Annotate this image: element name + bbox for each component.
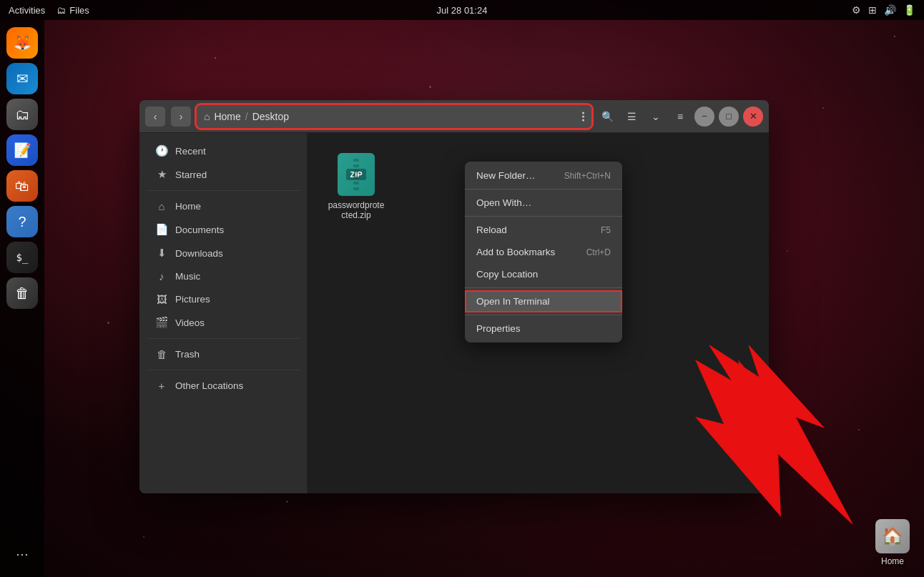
dock-thunderbird[interactable]: ✉ bbox=[6, 63, 38, 94]
close-button[interactable]: ✕ bbox=[743, 107, 763, 127]
sidebar-divider-3 bbox=[147, 370, 300, 370]
dock-terminal[interactable]: $_ bbox=[6, 242, 38, 273]
ctx-open-with-label: Open With… bbox=[476, 197, 531, 208]
pictures-icon: 🖼 bbox=[155, 293, 168, 305]
address-bar-wrapper: ⌂ Home / Desktop bbox=[197, 105, 591, 128]
recent-icon: 🕐 bbox=[155, 144, 168, 157]
grid-icon: ⋯ bbox=[16, 546, 29, 562]
activities-button[interactable]: Activities bbox=[9, 5, 45, 16]
home-icon-glyph: 🏠 bbox=[882, 526, 903, 546]
kebab-dot-1 bbox=[582, 112, 584, 114]
sidebar-divider-2 bbox=[147, 338, 300, 339]
forward-button[interactable]: › bbox=[171, 107, 191, 127]
sidebar-divider-1 bbox=[147, 190, 300, 191]
topbar-datetime: Jul 28 01:24 bbox=[437, 5, 488, 16]
home-icon-box: 🏠 bbox=[875, 519, 910, 553]
desktop-home-icon[interactable]: 🏠 Home bbox=[875, 519, 910, 566]
ctx-properties[interactable]: Properties bbox=[465, 317, 622, 340]
path-separator: / bbox=[245, 111, 248, 122]
sidebar-item-recent[interactable]: 🕐 Recent bbox=[144, 139, 303, 162]
titlebar: ‹ › ⌂ Home / Desktop 🔍 ☰ ⌄ ≡ − □ ✕ bbox=[139, 100, 769, 133]
address-kebab-menu[interactable] bbox=[579, 109, 587, 124]
sidebar-label-recent: Recent bbox=[175, 146, 206, 157]
ctx-reload-label: Reload bbox=[476, 225, 507, 235]
ctx-divider-2 bbox=[465, 216, 622, 217]
dock-help[interactable]: ? bbox=[6, 206, 38, 237]
sidebar-label-videos: Videos bbox=[175, 317, 205, 328]
ctx-add-bookmarks-shortcut: Ctrl+D bbox=[586, 247, 611, 257]
dock-appstore[interactable]: 🛍 bbox=[6, 170, 38, 202]
maximize-button[interactable]: □ bbox=[719, 107, 739, 127]
minimize-button[interactable]: − bbox=[694, 107, 714, 127]
ctx-new-folder[interactable]: New Folder… Shift+Ctrl+N bbox=[465, 164, 622, 187]
ctx-add-bookmarks[interactable]: Add to Bookmarks Ctrl+D bbox=[465, 241, 622, 263]
dock-firefox[interactable]: 🦊 bbox=[6, 27, 38, 59]
ctx-reload-shortcut: F5 bbox=[601, 225, 611, 235]
address-bar[interactable]: ⌂ Home / Desktop bbox=[197, 105, 591, 128]
ctx-copy-location-label: Copy Location bbox=[476, 269, 538, 280]
terminal-icon: $_ bbox=[16, 252, 29, 263]
sidebar-label-pictures: Pictures bbox=[175, 294, 210, 305]
sidebar-item-starred[interactable]: ★ Starred bbox=[144, 163, 303, 186]
appstore-icon: 🛍 bbox=[15, 178, 29, 194]
back-button[interactable]: ‹ bbox=[145, 107, 165, 127]
dock-writer[interactable]: 📝 bbox=[6, 134, 38, 166]
ctx-properties-label: Properties bbox=[476, 323, 521, 334]
zip-stripe bbox=[353, 159, 359, 190]
menu-button[interactable]: ≡ bbox=[670, 107, 690, 127]
trash-dock-icon: 🗑 bbox=[15, 285, 29, 302]
file-area[interactable]: passwordprotected.zip New Folder… Shift+… bbox=[308, 133, 769, 493]
sidebar-item-music[interactable]: ♪ Music bbox=[144, 265, 303, 287]
titlebar-right-controls: 🔍 ☰ ⌄ ≡ − □ ✕ bbox=[597, 107, 763, 127]
sidebar-item-pictures[interactable]: 🖼 Pictures bbox=[144, 288, 303, 310]
sidebar-label-starred: Starred bbox=[175, 169, 207, 180]
ctx-open-terminal-label: Open In Terminal bbox=[476, 296, 550, 307]
trash-sidebar-icon: 🗑 bbox=[155, 348, 168, 360]
sidebar-item-videos[interactable]: 🎬 Videos bbox=[144, 311, 303, 334]
ctx-copy-location[interactable]: Copy Location bbox=[465, 263, 622, 285]
main-content: 🕐 Recent ★ Starred ⌂ Home 📄 Documents ⬇ … bbox=[139, 133, 769, 493]
dock-app-grid[interactable]: ⋯ bbox=[6, 538, 38, 570]
sidebar-label-trash: Trash bbox=[175, 349, 200, 360]
ctx-divider-1 bbox=[465, 189, 622, 189]
view-options-button[interactable]: ⌄ bbox=[646, 107, 666, 127]
topbar-left: Activities 🗂 Files bbox=[9, 5, 89, 16]
list-view-button[interactable]: ☰ bbox=[621, 107, 642, 127]
search-button[interactable]: 🔍 bbox=[597, 107, 617, 127]
dock-trash[interactable]: 🗑 bbox=[6, 277, 38, 309]
files-icon: 🗂 bbox=[15, 107, 29, 123]
thunderbird-icon: ✉ bbox=[16, 70, 29, 87]
files-folder-icon: 🗂 bbox=[56, 5, 66, 16]
path-home: Home bbox=[214, 111, 240, 122]
topbar: Activities 🗂 Files Jul 28 01:24 ⚙ ⊞ 🔊 🔋 bbox=[0, 0, 924, 20]
file-manager-window: ‹ › ⌂ Home / Desktop 🔍 ☰ ⌄ ≡ − □ ✕ bbox=[139, 100, 769, 493]
writer-icon: 📝 bbox=[14, 142, 31, 159]
ctx-open-terminal[interactable]: Open In Terminal bbox=[465, 290, 622, 312]
network-icon[interactable]: ⊞ bbox=[868, 4, 877, 16]
accessibility-icon[interactable]: ⚙ bbox=[852, 4, 861, 16]
zip-file-icon bbox=[338, 153, 375, 196]
application-dock: 🦊 ✉ 🗂 📝 🛍 ? $_ 🗑 ⋯ bbox=[0, 20, 44, 577]
home-sidebar-icon: ⌂ bbox=[155, 200, 168, 212]
sidebar-item-documents[interactable]: 📄 Documents bbox=[144, 218, 303, 241]
dock-files[interactable]: 🗂 bbox=[6, 99, 38, 130]
topbar-app-name[interactable]: 🗂 Files bbox=[56, 5, 89, 16]
kebab-dot-2 bbox=[582, 115, 584, 117]
sidebar-item-trash[interactable]: 🗑 Trash bbox=[144, 343, 303, 365]
other-locations-icon: + bbox=[155, 380, 168, 392]
path-folder: Desktop bbox=[252, 111, 289, 122]
sidebar-item-other-locations[interactable]: + Other Locations bbox=[144, 375, 303, 397]
file-name-label: passwordprotected.zip bbox=[328, 200, 385, 220]
home-path-icon: ⌂ bbox=[204, 111, 210, 122]
ctx-new-folder-shortcut: Shift+Ctrl+N bbox=[564, 171, 611, 181]
ctx-open-with[interactable]: Open With… bbox=[465, 192, 622, 214]
file-item-zip[interactable]: passwordprotected.zip bbox=[322, 147, 390, 226]
context-menu: New Folder… Shift+Ctrl+N Open With… Relo… bbox=[465, 162, 622, 342]
sidebar-item-downloads[interactable]: ⬇ Downloads bbox=[144, 242, 303, 265]
sidebar: 🕐 Recent ★ Starred ⌂ Home 📄 Documents ⬇ … bbox=[139, 133, 308, 493]
videos-icon: 🎬 bbox=[155, 316, 168, 329]
battery-icon[interactable]: 🔋 bbox=[903, 4, 915, 16]
sidebar-item-home[interactable]: ⌂ Home bbox=[144, 195, 303, 217]
volume-icon[interactable]: 🔊 bbox=[884, 4, 896, 16]
ctx-reload[interactable]: Reload F5 bbox=[465, 219, 622, 241]
